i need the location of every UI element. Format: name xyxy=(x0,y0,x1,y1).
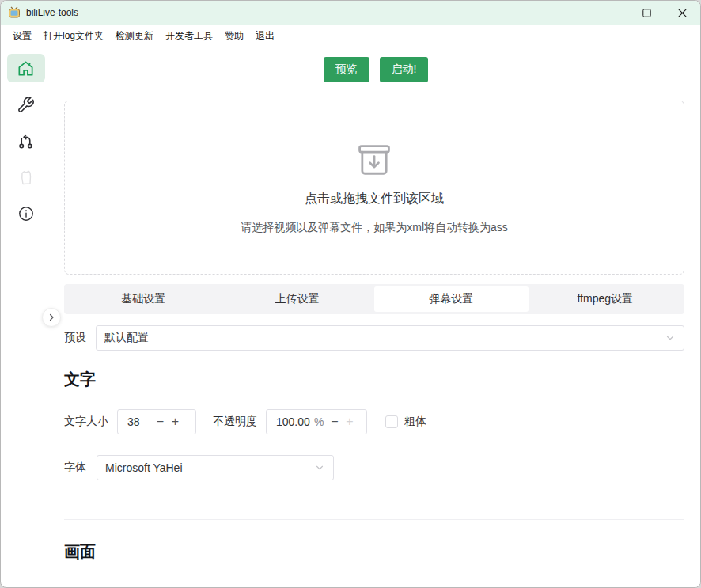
menu-check-update[interactable]: 检测更新 xyxy=(110,26,159,46)
text-controls-row: 文字大小 − + 不透明度 % − + 粗体 xyxy=(64,409,700,434)
home-icon xyxy=(17,59,35,78)
screen-section-heading: 画面 xyxy=(64,541,700,563)
menubar: 设置 打开log文件夹 检测更新 开发者工具 赞助 退出 xyxy=(1,25,700,47)
caption-buttons xyxy=(593,1,700,25)
font-size-minus-button[interactable]: − xyxy=(153,415,168,428)
tab-upload-settings[interactable]: 上传设置 xyxy=(221,286,375,312)
preset-row: 预设 默认配置 xyxy=(64,325,684,351)
tab-danmaku-settings[interactable]: 弹幕设置 xyxy=(374,286,529,312)
opacity-field[interactable] xyxy=(276,415,314,428)
maximize-button[interactable] xyxy=(629,1,665,25)
opacity-minus-button[interactable]: − xyxy=(327,415,342,428)
clip-icon xyxy=(17,167,36,188)
font-family-select[interactable]: Microsoft YaHei xyxy=(97,455,334,480)
dropzone-title: 点击或拖拽文件到该区域 xyxy=(305,191,444,207)
minimize-button[interactable] xyxy=(593,1,629,25)
opacity-label: 不透明度 xyxy=(213,415,257,429)
action-bar: 预览 启动! xyxy=(51,47,700,82)
font-family-row: 字体 Microsoft YaHei xyxy=(64,455,700,480)
font-family-label: 字体 xyxy=(64,461,86,475)
bold-checkbox[interactable] xyxy=(385,415,398,428)
bold-label: 粗体 xyxy=(404,415,426,429)
tab-basic-settings[interactable]: 基础设置 xyxy=(66,286,221,312)
info-icon xyxy=(17,205,35,222)
maximize-icon xyxy=(642,9,651,17)
convert-branch-icon xyxy=(17,132,35,150)
start-button[interactable]: 启动! xyxy=(380,57,429,82)
close-icon xyxy=(678,9,687,17)
menu-open-log-folder[interactable]: 打开log文件夹 xyxy=(38,26,109,46)
font-size-input: − + xyxy=(117,409,196,434)
file-dropzone[interactable]: 点击或拖拽文件到该区域 请选择视频以及弹幕文件，如果为xml将自动转换为ass xyxy=(64,101,684,275)
preview-button[interactable]: 预览 xyxy=(324,57,369,82)
font-size-field[interactable] xyxy=(127,415,153,428)
preset-select[interactable]: 默认配置 xyxy=(96,325,684,351)
titlebar: biliLive-tools xyxy=(1,1,700,25)
font-family-value: Microsoft YaHei xyxy=(105,461,314,474)
sidebar-item-home[interactable] xyxy=(7,54,45,82)
settings-tabs: 基础设置 上传设置 弹幕设置 ffmpeg设置 xyxy=(64,284,684,314)
chevron-down-icon xyxy=(314,462,325,473)
minimize-icon xyxy=(607,9,616,17)
close-button[interactable] xyxy=(665,1,700,25)
app-icon xyxy=(8,6,21,19)
sidebar-item-clip[interactable] xyxy=(7,163,45,192)
font-size-plus-button[interactable]: + xyxy=(168,415,183,428)
chevron-down-icon xyxy=(665,332,676,343)
section-divider xyxy=(64,519,684,520)
menu-settings[interactable]: 设置 xyxy=(7,26,37,46)
menu-exit[interactable]: 退出 xyxy=(250,26,280,46)
window-title: biliLive-tools xyxy=(26,7,78,18)
preset-label: 预设 xyxy=(64,331,86,345)
menu-devtools[interactable]: 开发者工具 xyxy=(160,26,218,46)
main-content: 预览 启动! 点击或拖拽文件到该区域 请选择视频以及弹幕文件，如果为xml将自动… xyxy=(51,47,700,588)
sidebar-item-tools[interactable] xyxy=(7,90,45,119)
sidebar-item-about[interactable] xyxy=(7,199,45,228)
text-section-heading: 文字 xyxy=(64,368,700,390)
sidebar-item-convert[interactable] xyxy=(7,127,45,155)
wrench-icon xyxy=(17,96,35,114)
opacity-input: % − + xyxy=(266,409,367,434)
app-body: 预览 启动! 点击或拖拽文件到该区域 请选择视频以及弹幕文件，如果为xml将自动… xyxy=(1,47,700,588)
menu-sponsor[interactable]: 赞助 xyxy=(219,26,249,46)
sidebar-expand-button[interactable] xyxy=(42,308,61,327)
upload-archive-icon xyxy=(354,140,395,181)
opacity-unit: % xyxy=(314,415,324,428)
preset-value: 默认配置 xyxy=(104,331,665,345)
opacity-plus-button[interactable]: + xyxy=(342,415,357,428)
app-window: biliLive-tools 设置 打开log文件夹 检测更新 开发者工具 赞助… xyxy=(0,0,701,588)
dropzone-hint: 请选择视频以及弹幕文件，如果为xml将自动转换为ass xyxy=(241,221,508,235)
chevron-right-icon xyxy=(47,313,56,322)
tab-ffmpeg-settings[interactable]: ffmpeg设置 xyxy=(529,286,683,312)
font-size-label: 文字大小 xyxy=(64,415,108,429)
